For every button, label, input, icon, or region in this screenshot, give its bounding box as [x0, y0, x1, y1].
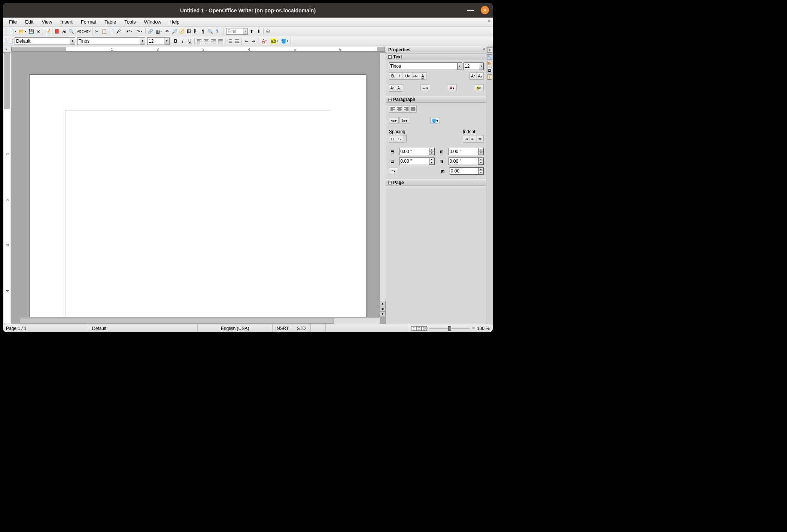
- page-panel-header[interactable]: + Page ⋯: [386, 179, 493, 186]
- navigator-button[interactable]: 🧭: [178, 28, 185, 35]
- indent-first-input[interactable]: 0.00 " ▲▼: [450, 167, 484, 175]
- sidebar-font-combo[interactable]: Tinos ▾: [389, 62, 462, 70]
- horizontal-ruler[interactable]: 1 2 3 4 5 6: [3, 46, 386, 53]
- spacing-increase-button[interactable]: ↕+: [389, 135, 396, 142]
- sidebar-tab-menu-icon[interactable]: ≡: [487, 48, 492, 53]
- paragraph-style-input[interactable]: [16, 39, 74, 44]
- sidebar-bold-button[interactable]: B: [389, 73, 396, 79]
- indent-decrease-button[interactable]: ⇤: [470, 135, 477, 142]
- find-all-button[interactable]: ⦾: [265, 28, 271, 35]
- background-color-button[interactable]: 🪣: [280, 38, 289, 45]
- menu-help[interactable]: Help: [166, 18, 183, 25]
- new-doc-button[interactable]: 📄: [7, 28, 17, 35]
- spacing-decrease-button[interactable]: ↕-: [396, 135, 403, 142]
- paragraph-panel-header[interactable]: − Paragraph ⋯: [386, 96, 493, 103]
- sidebar-italic-button[interactable]: I: [396, 73, 403, 79]
- find-next-button[interactable]: ⬇: [255, 28, 262, 35]
- view-multi-page-icon[interactable]: ▯▯: [416, 326, 422, 331]
- email-button[interactable]: ✉: [35, 28, 42, 35]
- cut-button[interactable]: ✂: [94, 28, 100, 35]
- menu-table[interactable]: Table: [101, 18, 120, 25]
- status-page[interactable]: Page 1 / 1: [3, 324, 89, 332]
- nav-prev-page-button[interactable]: ▲: [380, 301, 386, 306]
- menu-format[interactable]: Format: [77, 18, 100, 25]
- open-button[interactable]: 📂: [18, 28, 27, 35]
- sidebar-fontsize-combo[interactable]: 12 ▾: [464, 62, 484, 70]
- align-left-button[interactable]: [196, 38, 203, 45]
- indent-after-input[interactable]: 0.00 " ▲▼: [449, 158, 484, 165]
- text-area[interactable]: [65, 110, 330, 324]
- styles-button[interactable]: 📑: [7, 38, 14, 45]
- text-panel-header[interactable]: − Text ⋯: [386, 53, 493, 60]
- font-size-combo[interactable]: ▾: [147, 37, 170, 45]
- sidebar-increase-font-button[interactable]: A↑: [389, 85, 396, 91]
- indent-before-input[interactable]: 0.00 " ▲▼: [449, 148, 484, 155]
- status-language[interactable]: English (USA): [198, 324, 273, 332]
- view-single-page-icon[interactable]: ▯: [411, 326, 416, 331]
- auto-spellcheck-button[interactable]: AB✓: [84, 28, 91, 35]
- status-style[interactable]: Default: [89, 324, 198, 332]
- hyperlink-button[interactable]: 🔗: [147, 28, 154, 35]
- sidebar-highlight-button[interactable]: a▾: [474, 85, 484, 91]
- spellcheck-button[interactable]: ABC: [77, 28, 84, 35]
- bold-button[interactable]: B: [172, 38, 179, 45]
- align-center-button[interactable]: [203, 38, 210, 45]
- nav-next-page-button[interactable]: ▼: [380, 311, 386, 317]
- sidebar-tab-navigator-icon[interactable]: 🧭: [487, 74, 492, 80]
- menu-file[interactable]: File: [5, 18, 21, 25]
- align-justify-button[interactable]: [217, 38, 224, 45]
- find-replace-button[interactable]: 🔎: [171, 28, 178, 35]
- line-spacing-button[interactable]: ≡▾: [389, 168, 398, 174]
- save-button[interactable]: 💾: [28, 28, 34, 35]
- menu-insert[interactable]: Insert: [57, 18, 76, 25]
- menu-tools[interactable]: Tools: [121, 18, 139, 25]
- para-align-left-button[interactable]: [389, 106, 396, 112]
- nav-select-button[interactable]: ◉: [380, 306, 386, 311]
- print-button[interactable]: 🖨: [61, 28, 67, 35]
- status-selection-mode[interactable]: STD: [292, 324, 311, 332]
- data-sources-button[interactable]: 🗄: [192, 28, 199, 35]
- zoom-percent[interactable]: 100 %: [472, 326, 490, 331]
- para-bgcolor-button[interactable]: 🪣▾: [430, 117, 440, 124]
- edit-file-button[interactable]: 📝: [44, 28, 51, 35]
- sidebar-close-icon[interactable]: ×: [483, 47, 485, 51]
- sidebar-spacing-button[interactable]: ↔▾: [420, 85, 430, 91]
- indent-increase-button[interactable]: ⇥: [463, 135, 470, 142]
- para-bullets-button[interactable]: •≡▾: [389, 117, 399, 124]
- italic-button[interactable]: I: [179, 38, 186, 45]
- menu-edit[interactable]: Edit: [21, 18, 37, 25]
- status-insert-mode[interactable]: INSRT: [273, 324, 292, 332]
- paste-button[interactable]: 📄: [108, 28, 115, 35]
- horizontal-scrollbar[interactable]: [19, 317, 380, 324]
- sidebar-subscript-button[interactable]: Aₐ: [477, 73, 483, 79]
- show-draw-button[interactable]: ✏: [164, 28, 171, 35]
- sidebar-decrease-font-button[interactable]: A↓: [396, 85, 403, 91]
- zoom-button[interactable]: 🔍: [207, 28, 213, 35]
- indent-hanging-button[interactable]: ⇆: [477, 135, 483, 142]
- paragraph-style-combo[interactable]: ▾: [15, 37, 75, 45]
- bulleted-list-button[interactable]: [234, 38, 240, 45]
- spacing-below-input[interactable]: 0.00 " ▲▼: [399, 158, 434, 165]
- para-align-justify-button[interactable]: [410, 106, 416, 112]
- hscroll-thumb[interactable]: [19, 318, 334, 324]
- sidebar-tab-gallery-icon[interactable]: 🖼: [487, 68, 492, 73]
- menu-window[interactable]: Window: [140, 18, 165, 25]
- font-name-input[interactable]: [79, 39, 144, 44]
- gallery-button[interactable]: 🖼: [185, 28, 192, 35]
- numbered-list-button[interactable]: 1: [227, 38, 233, 45]
- table-button[interactable]: ▦: [154, 28, 164, 35]
- para-align-center-button[interactable]: [396, 106, 403, 112]
- sidebar-fontcolor-button[interactable]: A▾: [447, 85, 457, 91]
- document-canvas[interactable]: ▲ ◉ ▼: [11, 53, 386, 324]
- font-color-button[interactable]: A: [259, 38, 269, 45]
- align-right-button[interactable]: [210, 38, 217, 45]
- vertical-ruler[interactable]: 1 2 3 4: [3, 53, 11, 324]
- minimize-button[interactable]: —: [467, 6, 474, 14]
- nonprinting-chars-button[interactable]: ¶: [200, 28, 206, 35]
- zoom-out-icon[interactable]: ⊖: [425, 326, 428, 330]
- sidebar-tab-properties-icon[interactable]: 🔧: [487, 54, 492, 59]
- sidebar-shadow-button[interactable]: A̲: [419, 73, 426, 79]
- zoom-in-icon[interactable]: ⊕: [472, 326, 475, 330]
- sidebar-underline-button[interactable]: U▾: [403, 73, 413, 79]
- undo-button[interactable]: ↶: [124, 28, 134, 35]
